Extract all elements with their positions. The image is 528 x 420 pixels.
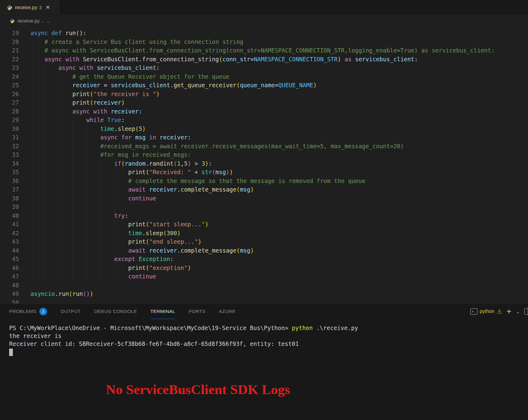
line-number: 34 <box>0 159 19 168</box>
terminal-output[interactable]: PS C:\MyWorkPlace\OneDrive - Microsoft\M… <box>0 319 528 356</box>
code-line[interactable]: 19async def run(): <box>0 29 528 38</box>
code-line[interactable]: 28 async with receiver: <box>0 107 528 116</box>
code-line[interactable]: 26 print("the receiver is ") <box>0 90 528 99</box>
code-text: # get the Queue Receiver object for the … <box>31 72 229 81</box>
panel-actions: >_ python ⚠ + ⌄ <box>470 304 528 319</box>
code-line[interactable]: 39 <box>0 203 528 211</box>
line-number: 22 <box>0 55 19 64</box>
code-line[interactable]: 44 await receiver.complete_message(msg) <box>0 246 528 255</box>
code-text: print("start sleep...") <box>31 220 208 229</box>
panel-tab-label: TERMINAL <box>150 309 175 314</box>
panel-tab-debug-console[interactable]: DEBUG CONSOLE <box>94 304 137 319</box>
code-line[interactable]: 29 while True: <box>0 116 528 124</box>
code-text: continue <box>31 272 156 281</box>
line-number: 43 <box>0 237 19 246</box>
line-number: 35 <box>0 168 19 177</box>
code-line[interactable]: 43 print("end sleep...") <box>0 237 528 246</box>
code-text: print("Received: " + str(msg)) <box>31 168 233 177</box>
bottom-panel: PROBLEMS2OUTPUTDEBUG CONSOLETERMINALPORT… <box>0 303 528 420</box>
code-line[interactable]: 37 await receiver.complete_message(msg) <box>0 185 528 194</box>
line-number: 36 <box>0 177 19 185</box>
code-text: await receiver.complete_message(msg) <box>31 246 254 255</box>
line-number: 25 <box>0 81 19 90</box>
breadcrumb[interactable]: receive.py › ... <box>0 15 528 27</box>
chevron-right-icon: › <box>42 19 44 24</box>
code-line[interactable]: 45 except Exception: <box>0 255 528 264</box>
line-number: 37 <box>0 185 19 194</box>
code-text: print("end sleep...") <box>31 237 202 246</box>
tab-close-icon[interactable]: ✕ <box>46 5 50 10</box>
code-text: await receiver.complete_message(msg) <box>31 185 254 194</box>
line-number: 27 <box>0 98 19 107</box>
code-text: if(random.randint(1,5) > 3): <box>31 159 212 168</box>
panel-tab-label: PORTS <box>189 309 205 314</box>
line-number: 19 <box>0 29 19 38</box>
tab-filename: receive.py <box>15 5 37 10</box>
code-line[interactable]: 27 print(receiver) <box>0 98 528 107</box>
panel-tabs: PROBLEMS2OUTPUTDEBUG CONSOLETERMINALPORT… <box>9 304 235 319</box>
code-line[interactable]: 32 #received_msgs = await receiver.recei… <box>0 142 528 151</box>
code-text: time.sleep(5) <box>31 124 146 133</box>
code-text: continue <box>31 194 156 203</box>
code-line[interactable]: 33 #for msg in received_msgs: <box>0 150 528 159</box>
code-line[interactable]: 22 async with ServiceBusClient.from_conn… <box>0 55 528 64</box>
code-line[interactable]: 47 continue <box>0 272 528 281</box>
code-line[interactable]: 36 # complete the message so that the me… <box>0 177 528 185</box>
code-line[interactable]: 25 receiver = servicebus_client.get_queu… <box>0 81 528 90</box>
panel-tab-label: PROBLEMS <box>9 309 36 314</box>
code-line[interactable]: 42 time.sleep(300) <box>0 229 528 238</box>
new-terminal-button[interactable]: + <box>507 307 512 316</box>
code-line[interactable]: 20 # create a Service Bus client using t… <box>0 38 528 46</box>
line-number: 40 <box>0 211 19 220</box>
code-line[interactable]: 40 try: <box>0 211 528 220</box>
code-text: print(receiver) <box>31 98 125 107</box>
line-number: 38 <box>0 194 19 203</box>
code-line[interactable]: 48 <box>0 281 528 290</box>
panel-tab-ports[interactable]: PORTS <box>189 304 205 319</box>
line-number: 45 <box>0 255 19 264</box>
line-number: 49 <box>0 289 19 298</box>
code-line[interactable]: 30 time.sleep(5) <box>0 124 528 133</box>
code-text: async with ServiceBusClient.from_connect… <box>31 55 418 64</box>
code-line[interactable]: 50 <box>0 298 528 304</box>
panel-tab-problems[interactable]: PROBLEMS2 <box>9 304 47 319</box>
code-text: # create a Service Bus client using the … <box>31 38 243 46</box>
code-text: while True: <box>31 116 125 124</box>
breadcrumb-file[interactable]: receive.py <box>17 18 40 24</box>
line-number: 42 <box>0 229 19 238</box>
code-line[interactable]: 31 async for msg in receiver: <box>0 133 528 142</box>
panel-tab-output[interactable]: OUTPUT <box>60 304 81 319</box>
line-number: 31 <box>0 133 19 142</box>
warning-icon: ⚠ <box>497 309 502 314</box>
split-terminal-button[interactable] <box>524 308 528 315</box>
vscode-window: receive.py 2 ✕ receive.py › ... 19async … <box>0 0 528 420</box>
problems-count-badge: 2 <box>39 308 47 315</box>
code-text: async with servicebus_client: <box>31 63 160 72</box>
tab-receive-py[interactable]: receive.py 2 ✕ <box>0 0 60 15</box>
panel-tab-terminal[interactable]: TERMINAL <box>150 304 175 319</box>
code-text: except Exception: <box>31 255 174 264</box>
terminal-line: Receiver client id: SBReceiver-5cf38b68-… <box>9 340 528 348</box>
code-line[interactable]: 41 print("start sleep...") <box>0 220 528 229</box>
code-line[interactable]: 34 if(random.randint(1,5) > 3): <box>0 159 528 168</box>
line-number: 41 <box>0 220 19 229</box>
code-line[interactable]: 46 print("exception") <box>0 264 528 272</box>
terminal-dropdown-chevron-icon[interactable]: ⌄ <box>516 309 520 314</box>
terminal-shell-badge[interactable]: >_ python ⚠ <box>470 308 502 315</box>
line-number: 28 <box>0 107 19 116</box>
code-line[interactable]: 35 print("Received: " + str(msg)) <box>0 168 528 177</box>
code-line[interactable]: 23 async with servicebus_client: <box>0 63 528 72</box>
code-editor[interactable]: 19async def run():20 # create a Service … <box>0 27 528 303</box>
code-line[interactable]: 24 # get the Queue Receiver object for t… <box>0 72 528 81</box>
code-text: async with receiver: <box>31 107 142 116</box>
code-text: #received_msgs = await receiver.receive_… <box>31 142 404 151</box>
code-line[interactable]: 21 # async with ServiceBusClient.from_co… <box>0 46 528 55</box>
panel-header: PROBLEMS2OUTPUTDEBUG CONSOLETERMINALPORT… <box>0 304 528 319</box>
code-text: #for msg in received_msgs: <box>31 150 191 159</box>
code-line[interactable]: 38 continue <box>0 194 528 203</box>
code-line[interactable]: 49asyncio.run(run()) <box>0 289 528 298</box>
line-number: 26 <box>0 90 19 99</box>
panel-tab-azure[interactable]: AZURE <box>219 304 236 319</box>
code-text: async def run(): <box>31 29 86 38</box>
breadcrumb-symbol[interactable]: ... <box>46 18 50 24</box>
